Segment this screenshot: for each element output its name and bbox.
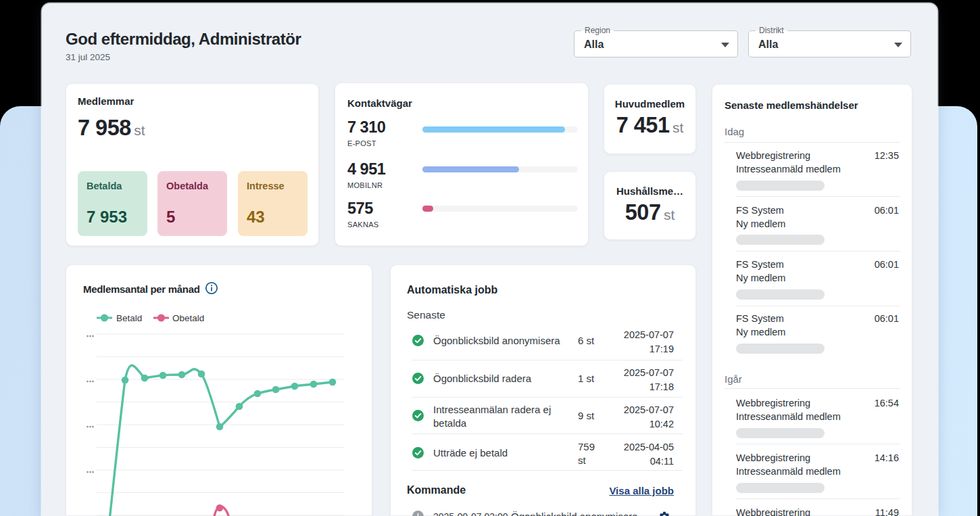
svg-text:Betald: Betald: [116, 313, 142, 323]
svg-text:Obetald: Obetald: [172, 313, 204, 323]
